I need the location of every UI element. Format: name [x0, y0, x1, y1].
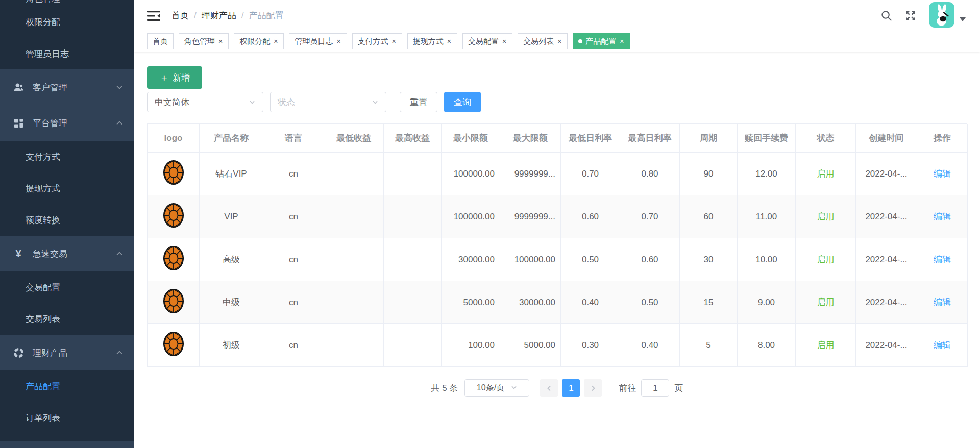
sidebar-item-8[interactable]: ¥急速交易: [0, 236, 134, 271]
table-row: 钻石VIPcn100000.009999999...0.700.809012.0…: [148, 153, 967, 195]
status-cell: 启用: [796, 238, 856, 281]
action-cell: 编辑: [917, 153, 968, 195]
chevron-up-icon: [116, 251, 123, 256]
edit-link[interactable]: 编辑: [934, 168, 951, 180]
created-cell: 2022-04-...: [856, 195, 917, 238]
tab-6[interactable]: 交易配置×: [462, 33, 512, 49]
close-icon[interactable]: ×: [502, 38, 507, 45]
sidebar-item-9[interactable]: 交易配置: [0, 271, 134, 303]
sidebar-item-7[interactable]: 额度转换: [0, 204, 134, 236]
max-limit-cell: 9999999...: [500, 153, 561, 195]
users-icon: [13, 82, 24, 93]
search-button[interactable]: 查询: [444, 92, 481, 112]
sidebar-item-3[interactable]: 客户管理: [0, 69, 134, 105]
sidebar-item-12[interactable]: 产品配置: [0, 370, 134, 402]
tab-2[interactable]: 权限分配×: [234, 33, 284, 49]
sidebar-item-5[interactable]: 支付方式: [0, 141, 134, 172]
column-header: logo: [148, 124, 200, 153]
status-cell: 启用: [796, 324, 856, 367]
hamburger-icon[interactable]: [147, 10, 160, 21]
close-icon[interactable]: ×: [619, 38, 624, 45]
breadcrumb-home[interactable]: 首页: [172, 10, 189, 21]
tab-label: 管理员日志: [295, 37, 333, 46]
max-rate-cell: 0.80: [620, 153, 680, 195]
prev-page-button[interactable]: [540, 379, 558, 397]
close-icon[interactable]: ×: [557, 38, 562, 45]
tab-label: 交易配置: [468, 37, 499, 46]
close-icon[interactable]: ×: [391, 38, 397, 45]
language-select[interactable]: 中文简体: [147, 92, 263, 112]
created-cell: 2022-04-...: [856, 153, 917, 195]
edit-link[interactable]: 编辑: [934, 211, 951, 222]
sidebar-item-2[interactable]: 管理员日志: [0, 38, 134, 69]
tab-7[interactable]: 交易列表×: [518, 33, 568, 49]
status-badge: 启用: [817, 296, 835, 308]
goto-page-input[interactable]: [641, 379, 669, 397]
tab-label: 权限分配: [239, 37, 270, 46]
max-limit-cell: 9999999...: [500, 195, 561, 238]
max-limit-cell: 30000.00: [500, 281, 561, 324]
pager: 1: [540, 379, 602, 397]
sidebar-item-1[interactable]: 权限分配: [0, 6, 134, 38]
column-header: 操作: [917, 124, 968, 153]
max-rate-cell: 0.70: [620, 195, 680, 238]
close-icon[interactable]: ×: [447, 38, 452, 45]
main-area: 首页 / 理财产品 / 产品配置 首页角色管理×权限分配×管理员日志×支付: [134, 0, 980, 448]
edit-link[interactable]: 编辑: [934, 296, 951, 308]
gem-logo-icon: [163, 332, 184, 359]
name-cell: VIP: [200, 195, 263, 238]
tab-8[interactable]: 产品配置×: [573, 33, 630, 49]
chevron-down-icon: [372, 98, 379, 106]
min-income-cell: [324, 281, 384, 324]
tab-label: 角色管理: [184, 37, 215, 46]
next-page-button[interactable]: [584, 379, 602, 397]
tab-3[interactable]: 管理员日志×: [289, 33, 347, 49]
tab-0[interactable]: 首页: [147, 33, 174, 49]
page-content: ＋新增 中文简体 状态 重置 查询 logo产品名称语言最低收益最高收益最小限额…: [134, 52, 980, 397]
min-income-cell: [324, 324, 384, 367]
tab-label: 首页: [153, 37, 168, 46]
search-icon[interactable]: [880, 10, 892, 21]
sidebar-item-13[interactable]: 订单列表: [0, 402, 134, 434]
sidebar-item-label: 产品配置: [26, 381, 60, 392]
min-income-cell: [324, 238, 384, 281]
sidebar-item-4[interactable]: 平台管理: [0, 105, 134, 141]
min-rate-cell: 0.70: [561, 153, 620, 195]
active-tab-dot: [578, 39, 582, 43]
period-cell: 60: [680, 195, 738, 238]
avatar[interactable]: [929, 2, 954, 30]
top-navbar: 首页 / 理财产品 / 产品配置: [134, 0, 980, 31]
fee-cell: 8.00: [738, 324, 796, 367]
sidebar-item-6[interactable]: 提现方式: [0, 172, 134, 204]
page-number-button[interactable]: 1: [562, 379, 580, 397]
min-rate-cell: 0.40: [561, 281, 620, 324]
close-icon[interactable]: ×: [218, 38, 223, 45]
close-icon[interactable]: ×: [273, 38, 278, 45]
tab-5[interactable]: 提现方式×: [407, 33, 457, 49]
status-cell: 启用: [796, 195, 856, 238]
lang-cell: cn: [263, 153, 324, 195]
status-select[interactable]: 状态: [270, 92, 386, 112]
reset-button[interactable]: 重置: [400, 92, 437, 112]
tab-4[interactable]: 支付方式×: [352, 33, 402, 49]
caret-down-icon[interactable]: [960, 17, 966, 21]
sidebar-item-0[interactable]: 角色管理: [0, 0, 134, 6]
page-size-select[interactable]: 10条/页: [464, 379, 529, 397]
created-cell: 2022-04-...: [856, 238, 917, 281]
breadcrumb-parent[interactable]: 理财产品: [202, 10, 236, 21]
max-income-cell: [384, 153, 442, 195]
column-header: 赎回手续费: [738, 124, 796, 153]
edit-link[interactable]: 编辑: [934, 254, 951, 265]
fullscreen-icon[interactable]: [904, 10, 917, 22]
logo-cell: [148, 238, 200, 281]
close-icon[interactable]: ×: [336, 38, 341, 45]
tab-1[interactable]: 角色管理×: [179, 33, 229, 49]
add-button[interactable]: ＋新增: [147, 66, 202, 89]
sidebar-item-10[interactable]: 交易列表: [0, 303, 134, 335]
logo-cell: [148, 281, 200, 324]
sidebar-item-label: 理财产品: [33, 347, 67, 359]
sidebar-item-11[interactable]: 理财产品: [0, 335, 134, 370]
edit-link[interactable]: 编辑: [934, 339, 951, 351]
user-menu[interactable]: [929, 2, 966, 30]
table-row: 中级cn5000.0030000.000.400.50159.00启用2022-…: [148, 281, 967, 324]
